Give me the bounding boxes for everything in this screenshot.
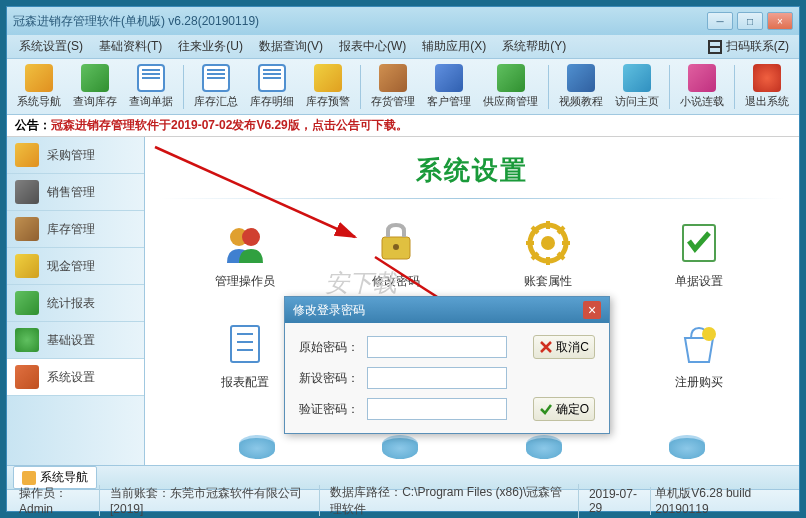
menu-trade[interactable]: 往来业务(U) (170, 36, 251, 57)
toolbar-label: 系统导航 (17, 94, 61, 109)
old-password-label: 原始密码： (299, 339, 359, 356)
grid-item-修改密码[interactable]: 修改密码 (331, 219, 463, 290)
menu-basic[interactable]: 基础资料(T) (91, 36, 170, 57)
menu-help[interactable]: 系统帮助(Y) (494, 36, 574, 57)
toolbar-label: 客户管理 (427, 94, 471, 109)
status-account: 当前账套：东莞市冠森软件有限公司[2019] (104, 485, 320, 516)
ic-doc-icon (137, 64, 165, 92)
sidebar: 采购管理销售管理库存管理现金管理统计报表基础设置系统设置 (7, 137, 145, 465)
toolbar-系统导航[interactable]: 系统导航 (11, 62, 67, 111)
grid-item-单据设置[interactable]: 单据设置 (634, 219, 766, 290)
svg-rect-15 (231, 326, 259, 362)
toolbar-label: 供应商管理 (483, 94, 538, 109)
ic-home-icon (25, 64, 53, 92)
svg-point-3 (393, 244, 399, 250)
separator (360, 65, 361, 109)
ic-search-icon (81, 64, 109, 92)
toolbar-查询单据[interactable]: 查询单据 (123, 62, 179, 111)
sidebar-item-库存管理[interactable]: 库存管理 (7, 211, 144, 248)
toolbar-label: 存货管理 (371, 94, 415, 109)
database-icon (669, 435, 705, 459)
status-date: 2019-07-29 (583, 487, 651, 515)
ic-stock-icon (15, 217, 39, 241)
cross-icon (539, 340, 553, 354)
sidebar-item-系统设置[interactable]: 系统设置 (7, 359, 144, 396)
window-title: 冠森进销存管理软件(单机版) v6.28(20190119) (13, 13, 707, 30)
menu-query[interactable]: 数据查询(V) (251, 36, 331, 57)
ic-user-icon (435, 64, 463, 92)
svg-point-19 (702, 327, 716, 341)
qrcode-icon (708, 40, 722, 54)
sidebar-label: 现金管理 (47, 258, 95, 275)
toolbar-访问主页[interactable]: 访问主页 (609, 62, 665, 111)
dialog-titlebar: 修改登录密码 × (285, 297, 609, 323)
close-button[interactable]: × (767, 12, 793, 30)
separator (548, 65, 549, 109)
scan-label: 扫码联系(Z) (726, 38, 789, 55)
confirm-password-label: 验证密码： (299, 401, 359, 418)
toolbar-查询库存[interactable]: 查询库存 (67, 62, 123, 111)
svg-point-1 (242, 228, 260, 246)
toolbar-库存预警[interactable]: 库存预警 (300, 62, 356, 111)
sidebar-item-统计报表[interactable]: 统计报表 (7, 285, 144, 322)
sidebar-label: 系统设置 (47, 369, 95, 386)
toolbar-供应商管理[interactable]: 供应商管理 (477, 62, 544, 111)
old-password-input[interactable] (367, 336, 507, 358)
menu-report[interactable]: 报表中心(W) (331, 36, 414, 57)
separator (183, 65, 184, 109)
sidebar-item-采购管理[interactable]: 采购管理 (7, 137, 144, 174)
ic-exit-icon (753, 64, 781, 92)
sidebar-item-基础设置[interactable]: 基础设置 (7, 322, 144, 359)
grid-label: 修改密码 (372, 273, 420, 290)
minimize-button[interactable]: ─ (707, 12, 733, 30)
menu-aux[interactable]: 辅助应用(X) (414, 36, 494, 57)
notice-text: 冠森进销存管理软件于2019-07-02发布V6.29版，点击公告可下载。 (51, 117, 408, 134)
toolbar-小说连载[interactable]: 小说连载 (674, 62, 730, 111)
ic-gear-icon (15, 328, 39, 352)
cancel-button[interactable]: 取消C (533, 335, 595, 359)
separator (734, 65, 735, 109)
change-password-dialog: 修改登录密码 × 原始密码： 取消C 新设密码： 验证密码： 确定O (284, 296, 610, 434)
sidebar-label: 销售管理 (47, 184, 95, 201)
sidebar-label: 库存管理 (47, 221, 95, 238)
grid-item-账套属性[interactable]: 账套属性 (482, 219, 614, 290)
ic-box-icon (379, 64, 407, 92)
grid-icon (221, 219, 269, 267)
menu-system[interactable]: 系统设置(S) (11, 36, 91, 57)
dialog-close-button[interactable]: × (583, 301, 601, 319)
toolbar-label: 访问主页 (615, 94, 659, 109)
toolbar-库存明细[interactable]: 库存明细 (244, 62, 300, 111)
scan-contact-button[interactable]: 扫码联系(Z) (702, 36, 795, 57)
ic-web-icon (623, 64, 651, 92)
separator (669, 65, 670, 109)
new-password-input[interactable] (367, 367, 507, 389)
grid-label: 管理操作员 (215, 273, 275, 290)
toolbar-退出系统[interactable]: 退出系统 (739, 62, 795, 111)
db-icons-row (145, 435, 799, 459)
ok-button[interactable]: 确定O (533, 397, 595, 421)
sidebar-item-现金管理[interactable]: 现金管理 (7, 248, 144, 285)
grid-label: 注册购买 (675, 374, 723, 391)
toolbar-库存汇总[interactable]: 库存汇总 (188, 62, 244, 111)
statusbar: 操作员：Admin 当前账套：东莞市冠森软件有限公司[2019] 数据库路径：C… (7, 489, 799, 511)
new-password-label: 新设密码： (299, 370, 359, 387)
toolbar-视频教程[interactable]: 视频教程 (553, 62, 609, 111)
grid-icon (372, 219, 420, 267)
maximize-button[interactable]: □ (737, 12, 763, 30)
toolbar-客户管理[interactable]: 客户管理 (421, 62, 477, 111)
toolbar: 系统导航查询库存查询单据库存汇总库存明细库存预警存货管理客户管理供应商管理视频教… (7, 59, 799, 115)
grid-icon (675, 219, 723, 267)
toolbar-label: 小说连载 (680, 94, 724, 109)
sidebar-label: 采购管理 (47, 147, 95, 164)
sidebar-item-销售管理[interactable]: 销售管理 (7, 174, 144, 211)
notice-bar[interactable]: 公告： 冠森进销存管理软件于2019-07-02发布V6.29版，点击公告可下载… (7, 115, 799, 137)
menubar: 系统设置(S) 基础资料(T) 往来业务(U) 数据查询(V) 报表中心(W) … (7, 35, 799, 59)
confirm-password-input[interactable] (367, 398, 507, 420)
sidebar-label: 统计报表 (47, 295, 95, 312)
toolbar-存货管理[interactable]: 存货管理 (365, 62, 421, 111)
titlebar: 冠森进销存管理软件(单机版) v6.28(20190119) ─ □ × (7, 7, 799, 35)
grid-item-管理操作员[interactable]: 管理操作员 (179, 219, 311, 290)
ic-truck-icon (497, 64, 525, 92)
ic-print-icon (15, 180, 39, 204)
grid-item-注册购买[interactable]: 注册购买 (634, 320, 766, 391)
